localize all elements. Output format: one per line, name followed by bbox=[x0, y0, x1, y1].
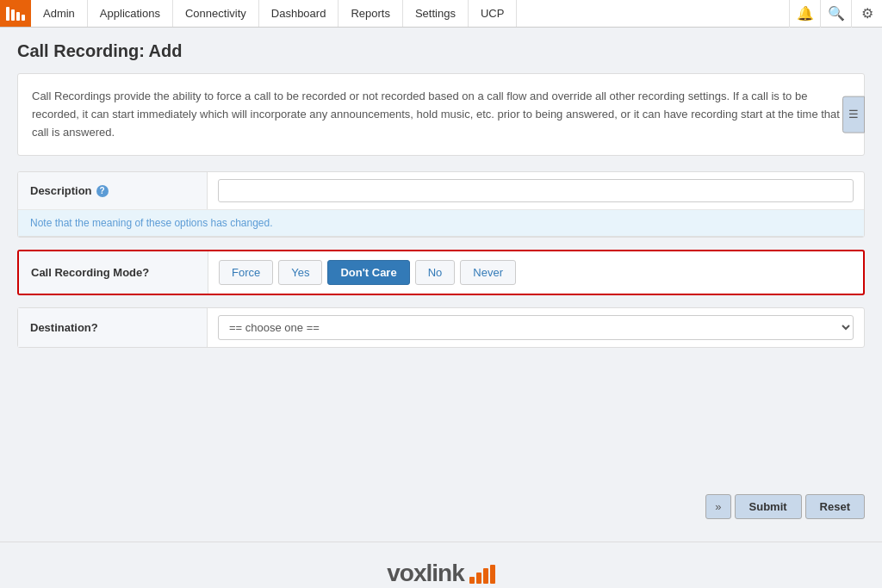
note-row: Note that the meaning of these options h… bbox=[18, 210, 864, 237]
footer-logo-text: voxlink bbox=[387, 560, 463, 587]
vox-bar-4 bbox=[490, 565, 495, 584]
svg-rect-1 bbox=[11, 9, 15, 21]
destination-section: Destination ? == choose one == bbox=[17, 307, 865, 348]
mode-btn-force[interactable]: Force bbox=[219, 260, 273, 285]
top-navigation: Admin Applications Connectivity Dashboar… bbox=[0, 0, 882, 28]
destination-label: Destination ? bbox=[18, 308, 208, 347]
search-icon: 🔍 bbox=[828, 5, 845, 22]
notifications-icon-btn[interactable]: 🔔 bbox=[789, 0, 820, 28]
footer-logo-icon bbox=[469, 563, 495, 584]
nav-right-icons: 🔔 🔍 ⚙ bbox=[789, 0, 882, 27]
nav-logo bbox=[0, 0, 31, 27]
destination-select[interactable]: == choose one == bbox=[218, 315, 854, 340]
nav-items: Admin Applications Connectivity Dashboar… bbox=[31, 0, 789, 27]
nav-item-reports[interactable]: Reports bbox=[339, 0, 403, 27]
svg-rect-3 bbox=[22, 15, 25, 21]
gear-icon: ⚙ bbox=[861, 5, 873, 22]
description-row: Description ? bbox=[18, 172, 864, 210]
vox-bars-icon bbox=[469, 563, 495, 584]
description-value bbox=[208, 172, 864, 209]
nav-item-ucp[interactable]: UCP bbox=[469, 0, 517, 27]
nav-item-connectivity[interactable]: Connectivity bbox=[173, 0, 259, 27]
mode-buttons: Force Yes Don't Care No Never bbox=[208, 251, 863, 294]
vox-bar-1 bbox=[469, 577, 475, 584]
footer-logo: voxlink bbox=[387, 560, 494, 587]
reset-button[interactable]: Reset bbox=[805, 494, 865, 519]
footer-buttons: » Submit Reset bbox=[17, 486, 865, 528]
vox-bar-3 bbox=[483, 568, 488, 584]
svg-rect-2 bbox=[16, 12, 20, 21]
destination-value: == choose one == bbox=[208, 308, 864, 347]
mode-btn-yes[interactable]: Yes bbox=[278, 260, 322, 285]
settings-icon-btn[interactable]: ⚙ bbox=[851, 0, 882, 28]
mode-btn-never[interactable]: Never bbox=[460, 260, 516, 285]
main-content: Call Recording: Add Call Recordings prov… bbox=[0, 28, 882, 542]
mode-row: Call Recording Mode ? Force Yes Don't Ca… bbox=[19, 251, 863, 294]
vox-bar-2 bbox=[476, 573, 481, 584]
destination-help-icon[interactable]: ? bbox=[91, 321, 98, 334]
svg-rect-0 bbox=[6, 7, 9, 21]
page-footer: voxlink Powered by Voxlink FreePBX is a … bbox=[0, 542, 882, 588]
nav-item-dashboard[interactable]: Dashboard bbox=[259, 0, 339, 27]
nav-item-admin[interactable]: Admin bbox=[31, 0, 88, 27]
page-title: Call Recording: Add bbox=[17, 41, 865, 61]
info-text: Call Recordings provide the ability to f… bbox=[32, 88, 850, 141]
destination-row: Destination ? == choose one == bbox=[18, 308, 864, 347]
description-section: Description ? Note that the meaning of t… bbox=[17, 171, 865, 238]
mode-btn-no[interactable]: No bbox=[415, 260, 456, 285]
mode-btn-dontcare[interactable]: Don't Care bbox=[327, 260, 409, 285]
info-box-toggle[interactable]: ☰ bbox=[842, 96, 865, 133]
submit-button[interactable]: Submit bbox=[735, 494, 802, 519]
note-text: Note that the meaning of these options h… bbox=[30, 217, 273, 229]
info-box: Call Recordings provide the ability to f… bbox=[17, 73, 865, 156]
description-label: Description ? bbox=[18, 172, 208, 209]
collapse-button[interactable]: » bbox=[705, 494, 730, 519]
nav-item-settings[interactable]: Settings bbox=[403, 0, 469, 27]
description-input[interactable] bbox=[218, 179, 854, 202]
nav-item-applications[interactable]: Applications bbox=[88, 0, 173, 27]
notifications-icon: 🔔 bbox=[797, 5, 814, 22]
search-icon-btn[interactable]: 🔍 bbox=[820, 0, 851, 28]
call-recording-mode-section: Call Recording Mode ? Force Yes Don't Ca… bbox=[17, 250, 865, 295]
mode-help-icon[interactable]: ? bbox=[142, 266, 149, 279]
mode-label: Call Recording Mode ? bbox=[19, 251, 208, 294]
description-help-icon[interactable]: ? bbox=[96, 185, 109, 197]
